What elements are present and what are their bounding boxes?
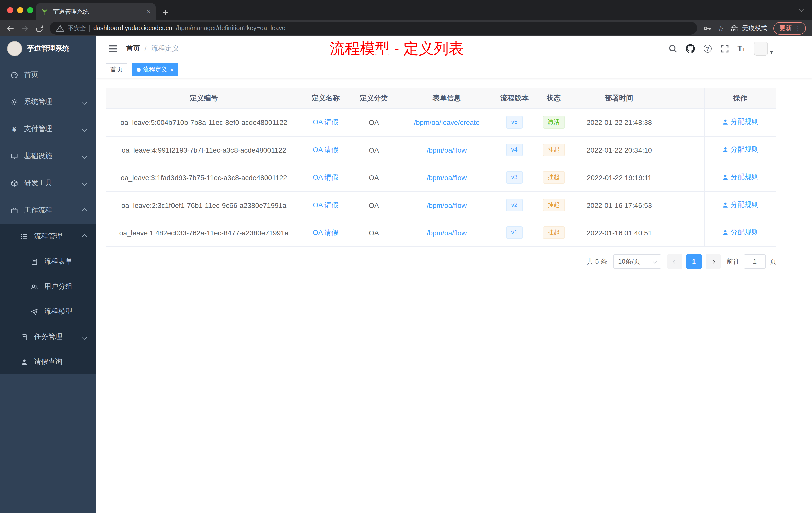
chevron-down-icon — [82, 181, 87, 186]
tags-view: 首页 流程定义 × — [96, 61, 812, 78]
chevron-down-icon — [82, 334, 87, 339]
definition-category: OA — [350, 163, 398, 191]
sidebar-item-leave-query[interactable]: 请假查询 — [0, 350, 96, 374]
chevron-down-icon — [82, 154, 87, 159]
definition-id: oa_leave:2:3c1f0ef1-76b1-11ec-9c66-a2380… — [107, 191, 301, 219]
logo-title: 芋道管理系统 — [27, 44, 69, 53]
form-link[interactable]: /bpm/oa/flow — [427, 146, 467, 154]
briefcase-icon — [10, 206, 18, 214]
sidebar-logo[interactable]: 芋道管理系统 — [0, 36, 96, 61]
help-icon[interactable]: ? — [703, 45, 711, 53]
definition-name-link[interactable]: OA 请假 — [313, 173, 339, 181]
column-header: 定义名称 — [301, 88, 350, 109]
browser-window: 芋道管理系统 × + 不安全 dashboard.yudao.iocoder.c… — [0, 0, 812, 513]
tag-process-definition[interactable]: 流程定义 × — [132, 63, 178, 76]
form-link[interactable]: /bpm/oa/flow — [427, 201, 467, 209]
form-link[interactable]: /bpm/oa/leave/create — [414, 118, 480, 126]
breadcrumb-separator: / — [145, 44, 147, 52]
goto-page: 前往 页 — [727, 254, 776, 268]
table-row: oa_leave:1:482ec033-762a-11ec-8477-a2380… — [107, 219, 776, 246]
status-badge: 激活 — [543, 116, 565, 128]
definition-category: OA — [350, 109, 398, 136]
window-minimize-button[interactable] — [17, 7, 23, 13]
form-link[interactable]: /bpm/oa/flow — [427, 229, 467, 237]
sidebar-item-infrastructure[interactable]: 基础设施 — [0, 143, 96, 170]
sidebar-item-label: 流程表单 — [44, 257, 72, 266]
password-key-icon[interactable] — [703, 24, 711, 32]
assign-rule-link[interactable]: 分配规则 — [722, 228, 759, 237]
sidebar-item-system[interactable]: 系统管理 — [0, 88, 96, 116]
definition-name-link[interactable]: OA 请假 — [313, 145, 339, 153]
tab-search-icon[interactable] — [800, 4, 803, 13]
assign-rule-link[interactable]: 分配规则 — [722, 173, 759, 182]
breadcrumb-home[interactable]: 首页 — [126, 44, 140, 52]
gear-icon — [10, 98, 18, 106]
tag-close-icon[interactable]: × — [170, 66, 174, 72]
prev-page-button[interactable] — [667, 254, 683, 268]
menu-dots-icon: ⋮ — [795, 25, 801, 31]
definition-name-link[interactable]: OA 请假 — [313, 228, 339, 236]
table-row: oa_leave:3:1fad3d93-7b75-11ec-a3c8-acde4… — [107, 163, 776, 191]
new-tab-button[interactable]: + — [163, 7, 168, 17]
assign-rule-link[interactable]: 分配规则 — [722, 118, 759, 127]
forward-icon[interactable] — [21, 24, 29, 32]
fullscreen-icon[interactable] — [720, 44, 729, 53]
column-header: 流程版本 — [496, 88, 533, 109]
hamburger-icon[interactable] — [109, 44, 118, 54]
caret-down-icon: ▾ — [770, 49, 773, 56]
page-size-select[interactable]: 10条/页 — [613, 254, 661, 268]
definition-id: oa_leave:5:004b710b-7b8a-11ec-8ef0-acde4… — [107, 109, 301, 136]
definition-id: oa_leave:4:991f2193-7b7f-11ec-a3c8-acde4… — [107, 136, 301, 163]
sidebar-item-label: 请假查询 — [34, 357, 62, 366]
search-icon[interactable] — [668, 44, 677, 53]
reload-icon[interactable] — [35, 24, 44, 32]
page-number-button[interactable]: 1 — [687, 254, 701, 268]
sidebar-item-process-management[interactable]: 流程管理 — [0, 224, 96, 249]
definition-name-link[interactable]: OA 请假 — [313, 118, 339, 126]
window-close-button[interactable] — [7, 7, 13, 13]
breadcrumb: 首页/流程定义 — [126, 44, 179, 53]
sidebar-item-process-model[interactable]: 流程模型 — [0, 299, 96, 324]
sidebar-item-devtools[interactable]: 研发工具 — [0, 170, 96, 197]
back-icon[interactable] — [6, 24, 14, 32]
cell-filler — [664, 136, 704, 163]
url-host: dashboard.yudao.iocoder.cn — [93, 25, 172, 32]
sidebar-item-payment[interactable]: ¥ 支付管理 — [0, 116, 96, 143]
sidebar-item-label: 研发工具 — [24, 179, 52, 188]
assign-rule-link[interactable]: 分配规则 — [722, 201, 759, 210]
chevron-left-icon — [673, 259, 677, 264]
update-button[interactable]: 更新 ⋮ — [773, 22, 806, 34]
font-size-icon[interactable]: TT — [737, 45, 746, 53]
tag-home[interactable]: 首页 — [106, 63, 127, 76]
github-icon[interactable] — [686, 44, 695, 53]
sidebar-item-home[interactable]: 首页 — [0, 61, 96, 88]
definition-name-link[interactable]: OA 请假 — [313, 201, 339, 209]
address-bar[interactable]: 不安全 dashboard.yudao.iocoder.cn/bpm/manag… — [50, 22, 697, 35]
window-zoom-button[interactable] — [27, 7, 33, 13]
assign-rule-link[interactable]: 分配规则 — [722, 145, 759, 154]
deploy-time: 2022-01-22 21:48:38 — [574, 109, 664, 136]
next-page-button[interactable] — [705, 254, 721, 268]
definition-category: OA — [350, 136, 398, 163]
page-size-value: 10条/页 — [618, 257, 640, 266]
goto-page-input[interactable] — [744, 254, 766, 268]
user-menu[interactable]: ▾ — [754, 42, 773, 56]
logo-avatar — [7, 41, 22, 56]
sidebar-item-user-group[interactable]: 用户分组 — [0, 274, 96, 299]
sidebar-item-process-form[interactable]: 流程表单 — [0, 249, 96, 274]
security-label[interactable]: 不安全 — [68, 24, 86, 32]
tree-list-icon — [20, 233, 28, 240]
sidebar-item-task-management[interactable]: 任务管理 — [0, 324, 96, 350]
status-badge: 挂起 — [543, 199, 565, 211]
form-link[interactable]: /bpm/oa/flow — [427, 174, 467, 181]
version-badge: v3 — [506, 171, 522, 184]
browser-tab[interactable]: 芋道管理系统 × — [36, 3, 156, 20]
cell-filler — [664, 109, 704, 136]
tab-close-icon[interactable]: × — [147, 8, 151, 15]
cell-filler — [664, 219, 704, 246]
user-icon — [722, 119, 729, 125]
bookmark-star-icon[interactable]: ☆ — [717, 24, 724, 32]
sidebar-item-workflow[interactable]: 工作流程 — [0, 197, 96, 224]
user-icon — [20, 358, 28, 366]
yen-icon: ¥ — [10, 125, 18, 133]
